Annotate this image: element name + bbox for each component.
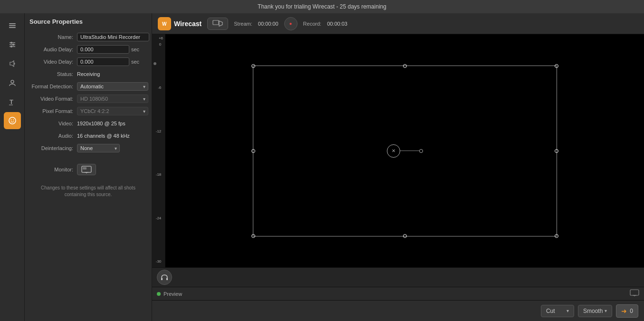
svg-point-14 [10, 120, 11, 121]
top-bar: W Wirecast Stream: 00:00:00 ● Record: 00… [152, 13, 644, 34]
wirecast-logo: W Wirecast [158, 17, 202, 30]
svg-text:W: W [162, 21, 167, 27]
svg-rect-26 [630, 290, 639, 295]
audio-tab-btn[interactable] [4, 55, 21, 72]
record-time: 00:00:03 [327, 21, 347, 27]
svg-point-13 [9, 117, 16, 124]
svg-marker-23 [219, 21, 222, 26]
deinterlacing-select[interactable]: None Adaptive Blend [77, 144, 120, 152]
audio-delay-label: Audio Delay: [29, 47, 77, 52]
go-button[interactable]: ➜ 0 [616, 304, 638, 318]
deinterlacing-row: Deinterlacing: None Adaptive Blend [25, 142, 152, 154]
go-arrow-icon: ➜ [621, 307, 627, 315]
svg-point-7 [12, 44, 14, 46]
transform-overlay[interactable]: ✕ [253, 66, 557, 236]
svg-marker-9 [10, 61, 14, 66]
wirecast-label: Wirecast [174, 20, 202, 28]
title-text: Thank you for trialing Wirecast - 25 day… [258, 3, 386, 10]
smooth-arrow-icon: ▾ [605, 308, 607, 313]
audio-info-label: Audio: [29, 133, 77, 139]
svg-point-10 [11, 80, 14, 83]
svg-rect-22 [213, 20, 219, 25]
sliders-tab-btn[interactable] [4, 36, 21, 53]
stream-button[interactable] [207, 18, 228, 30]
handle-middle-left[interactable] [251, 149, 255, 153]
smooth-label: Smooth [583, 308, 603, 314]
canvas-area: ✕ [165, 34, 644, 267]
text-tab-btn[interactable]: T [4, 93, 21, 110]
svg-point-15 [13, 120, 14, 121]
video-delay-label: Video Delay: [29, 59, 77, 65]
handle-top-right[interactable] [555, 64, 558, 68]
vu-meter: +6 0 -6 -12 -18 -24 -30 [152, 34, 165, 267]
name-label: Name: [29, 34, 77, 40]
handle-top-center[interactable] [403, 64, 407, 68]
record-label: Record: [303, 21, 322, 27]
main-area: W Wirecast Stream: 00:00:00 ● Record: 00… [152, 13, 644, 321]
emoji-tab-btn[interactable] [4, 112, 21, 129]
user-tab-btn[interactable] [4, 74, 21, 91]
cut-button[interactable]: Cut ▾ [541, 305, 574, 317]
audio-delay-input[interactable] [77, 45, 129, 54]
handle-top-left[interactable] [251, 64, 255, 68]
svg-rect-24 [161, 278, 163, 280]
video-format-label: Video Format: [29, 96, 77, 102]
monitor-label: Monitor: [29, 167, 77, 172]
preview-canvas: ✕ [165, 34, 644, 267]
source-properties-title: Source Properties [25, 18, 152, 31]
svg-rect-25 [166, 278, 168, 280]
handle-bottom-center[interactable] [403, 234, 407, 238]
handle-bottom-left[interactable] [251, 234, 255, 238]
handle-middle-right[interactable] [555, 149, 558, 153]
status-label: Status: [29, 71, 77, 77]
deinterlacing-label: Deinterlacing: [29, 145, 77, 151]
layers-tab-btn[interactable] [4, 17, 21, 34]
video-delay-row: Video Delay: sec [25, 56, 152, 68]
headphones-button[interactable] [157, 270, 172, 285]
preview-dot [157, 292, 161, 296]
name-row: Name: [25, 31, 152, 43]
format-detection-row: Format Detection: Automatic Manual [25, 80, 152, 93]
video-delay-input[interactable] [77, 57, 129, 66]
smooth-button[interactable]: Smooth ▾ [578, 305, 612, 317]
format-detection-label: Format Detection: [29, 84, 77, 89]
svg-rect-2 [9, 27, 16, 28]
svg-text:T: T [10, 98, 13, 105]
monitor-display-icon[interactable] [630, 289, 639, 298]
video-format-select[interactable]: HD 1080i50 HD 1080p25 HD 720p50 [77, 94, 148, 103]
svg-rect-0 [9, 23, 16, 24]
cut-label: Cut [546, 308, 555, 314]
svg-rect-1 [9, 25, 16, 26]
source-properties-panel: Source Properties Name: Audio Delay: sec… [25, 13, 152, 321]
video-info-label: Video: [29, 121, 77, 126]
video-info-value: 1920x1080 @ 25 fps [77, 121, 125, 126]
logo-icon: W [158, 17, 171, 30]
svg-point-8 [10, 46, 12, 47]
audio-info-row: Audio: 16 channels @ 48 kHz [25, 130, 152, 142]
svg-point-6 [10, 42, 12, 44]
pixel-format-select[interactable]: YCbCr 4:2:2 YCbCr 4:2:0 [77, 107, 148, 115]
cut-arrow-icon: ▾ [567, 308, 569, 313]
monitor-button[interactable] [77, 164, 96, 175]
preview-label-bar: Preview [152, 287, 644, 300]
pixel-format-row: Pixel Format: YCbCr 4:2:2 YCbCr 4:2:0 [25, 105, 152, 117]
record-button[interactable]: ● [284, 17, 298, 30]
preview-label: Preview [157, 291, 182, 297]
format-detection-select[interactable]: Automatic Manual [77, 82, 148, 91]
preview-text: Preview [163, 291, 182, 297]
center-line-right [400, 151, 419, 151]
video-format-row: Video Format: HD 1080i50 HD 1080p25 HD 7… [25, 93, 152, 105]
center-circle: ✕ [387, 144, 400, 158]
preview-area: +6 0 -6 -12 -18 -24 -30 [152, 34, 644, 267]
go-label: 0 [630, 308, 633, 314]
stream-time: 00:00:00 [258, 21, 279, 27]
center-handle[interactable]: ✕ [387, 144, 423, 158]
handle-bottom-right[interactable] [555, 234, 558, 238]
video-info-row: Video: 1920x1080 @ 25 fps [25, 117, 152, 130]
status-row: Status: Receiving [25, 68, 152, 80]
name-input[interactable] [77, 33, 149, 41]
audio-info-value: 16 channels @ 48 kHz [77, 133, 130, 139]
audio-delay-unit: sec [131, 47, 139, 52]
status-value: Receiving [77, 71, 100, 77]
icon-sidebar: T [0, 13, 25, 321]
